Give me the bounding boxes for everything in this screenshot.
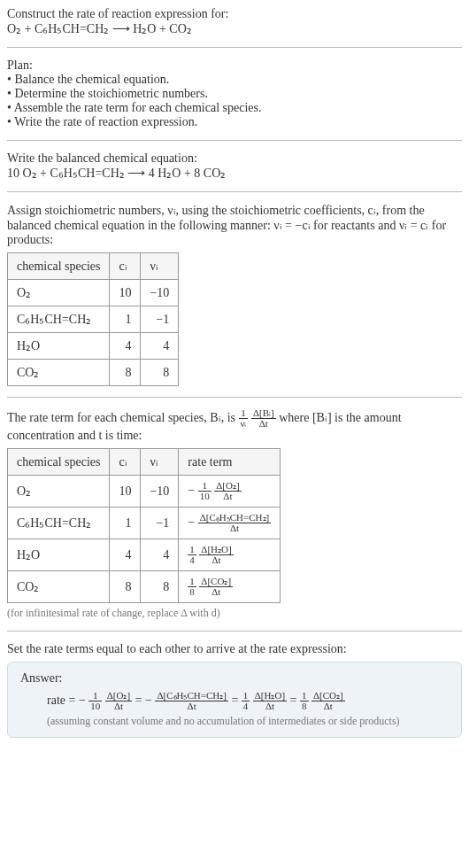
cell-species: O₂ (8, 476, 110, 508)
col-v: νᵢ (141, 449, 179, 476)
sign: − (188, 484, 195, 497)
table-row: O₂ 10 −10 (8, 280, 179, 306)
cell-v: 8 (141, 571, 179, 603)
frac-delta: Δ[H₂O]Δt (199, 545, 233, 565)
frac-den: Δt (214, 492, 241, 501)
cell-v: −10 (141, 280, 179, 306)
frac-den: 8 (188, 587, 196, 597)
plan-section: Plan: • Balance the chemical equation. •… (7, 58, 462, 129)
frac-delta: Δ[O₂]Δt (214, 481, 241, 501)
eq: = (290, 694, 300, 707)
col-species: chemical species (8, 253, 110, 280)
cell-species: C₆H₅CH=CH₂ (8, 306, 110, 333)
frac-coef: 110 (198, 481, 211, 501)
rateterm-intro: The rate term for each chemical species,… (7, 408, 462, 443)
col-v: νᵢ (141, 253, 179, 280)
final-title: Set the rate terms equal to each other t… (7, 642, 462, 656)
cell-c: 10 (110, 280, 141, 306)
cell-species: H₂O (8, 333, 110, 360)
col-c: cᵢ (110, 449, 141, 476)
table-row: CO₂ 8 8 (8, 360, 179, 386)
frac-delta: Δ[C₆H₅CH=CH₂]Δt (155, 691, 227, 711)
frac-delta: Δ[CO₂]Δt (311, 691, 345, 711)
frac-den: νᵢ (239, 419, 249, 429)
frac-coef: 18 (188, 577, 196, 597)
sign: − (145, 694, 152, 707)
frac-coef: 14 (242, 691, 250, 711)
plan-item: • Balance the chemical equation. (7, 73, 462, 87)
prompt-text: Construct the rate of reaction expressio… (7, 7, 462, 21)
frac-coef: 1 νᵢ (239, 408, 249, 429)
frac-coef: 14 (188, 545, 196, 565)
table-header-row: chemical species cᵢ νᵢ (8, 253, 179, 280)
frac-coef: 18 (300, 691, 309, 711)
frac-den: 8 (300, 701, 309, 711)
frac-delta: Δ[Bᵢ] Δt (251, 408, 276, 429)
plan-item: • Write the rate of reaction expression. (7, 115, 462, 129)
cell-v: −1 (141, 508, 179, 539)
cell-v: 8 (141, 360, 179, 386)
cell-rate: 18 Δ[CO₂]Δt (179, 571, 281, 603)
table-row: O₂ 10 −10 − 110 Δ[O₂]Δt (8, 476, 281, 508)
table-row: C₆H₅CH=CH₂ 1 −1 (8, 306, 179, 333)
cell-rate: − 110 Δ[O₂]Δt (179, 476, 281, 508)
balanced-section: Write the balanced chemical equation: 10… (7, 151, 462, 181)
col-species: chemical species (8, 449, 110, 476)
sign: − (79, 694, 86, 707)
divider (7, 631, 462, 632)
rateterm-section: The rate term for each chemical species,… (7, 408, 462, 620)
frac-delta: Δ[H₂O]Δt (253, 691, 287, 711)
answer-note: (assuming constant volume and no accumul… (47, 715, 449, 728)
cell-c: 10 (110, 476, 141, 508)
frac-den: 10 (198, 492, 211, 501)
table-row: H₂O 4 4 14 Δ[H₂O]Δt (8, 539, 281, 571)
cell-rate: − Δ[C₆H₅CH=CH₂]Δt (179, 508, 281, 539)
cell-species: H₂O (8, 539, 110, 571)
rate-prefix: rate = (47, 694, 79, 707)
frac-den: Δt (199, 587, 233, 597)
cell-species: CO₂ (8, 571, 110, 603)
stoich-section: Assign stoichiometric numbers, νᵢ, using… (7, 203, 462, 386)
plan-title: Plan: (7, 58, 462, 73)
divider (7, 140, 462, 141)
divider (7, 397, 462, 398)
cell-c: 4 (110, 333, 141, 360)
col-c: cᵢ (110, 253, 141, 280)
table-header-row: chemical species cᵢ νᵢ rate term (8, 449, 281, 476)
frac-delta: Δ[CO₂]Δt (199, 577, 233, 597)
frac-den: Δt (155, 701, 227, 711)
unbalanced-equation: O₂ + C₆H₅CH=CH₂ ⟶ H₂O + CO₂ (7, 21, 462, 36)
frac-den: Δt (105, 701, 132, 711)
cell-species: O₂ (8, 280, 110, 306)
frac-den: Δt (198, 523, 271, 533)
table-row: H₂O 4 4 (8, 333, 179, 360)
frac-den: 4 (188, 555, 196, 565)
cell-c: 4 (110, 539, 141, 571)
rateterm-note: (for infinitesimal rate of change, repla… (7, 607, 462, 620)
balanced-title: Write the balanced chemical equation: (7, 151, 462, 166)
frac-coef: 110 (88, 691, 102, 711)
rate-expression: rate = − 110 Δ[O₂]Δt = − Δ[C₆H₅CH=CH₂]Δt… (47, 691, 449, 711)
frac-den: 4 (242, 701, 250, 711)
plan-item: • Assemble the rate term for each chemic… (7, 101, 462, 115)
cell-c: 1 (110, 508, 141, 539)
frac-delta: Δ[C₆H₅CH=CH₂]Δt (198, 513, 271, 533)
answer-box: Answer: rate = − 110 Δ[O₂]Δt = − Δ[C₆H₅C… (7, 662, 462, 738)
balanced-equation: 10 O₂ + C₆H₅CH=CH₂ ⟶ 4 H₂O + 8 CO₂ (7, 166, 462, 181)
cell-c: 8 (110, 360, 141, 386)
cell-v: 4 (141, 539, 179, 571)
cell-c: 1 (110, 306, 141, 333)
frac-den: Δt (199, 555, 233, 565)
cell-species: CO₂ (8, 360, 110, 386)
intro-pre: The rate term for each chemical species,… (7, 411, 239, 424)
final-section: Set the rate terms equal to each other t… (7, 642, 462, 738)
rateterm-table: chemical species cᵢ νᵢ rate term O₂ 10 −… (7, 448, 281, 603)
frac-den: Δt (251, 419, 276, 429)
frac-den: Δt (311, 701, 345, 711)
eq: = (135, 694, 145, 707)
cell-rate: 14 Δ[H₂O]Δt (179, 539, 281, 571)
cell-c: 8 (110, 571, 141, 603)
divider (7, 191, 462, 192)
eq: = (231, 694, 241, 707)
frac-den: 10 (88, 701, 102, 711)
